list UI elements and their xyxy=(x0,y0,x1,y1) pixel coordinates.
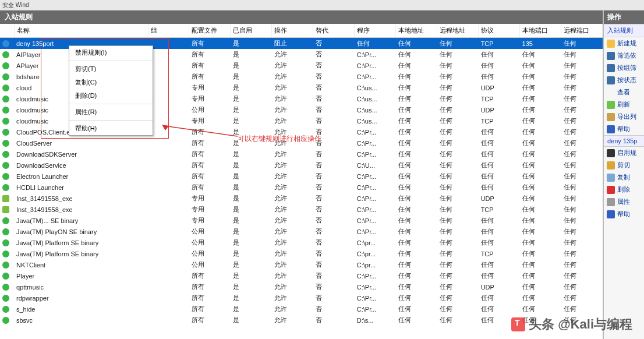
column-header[interactable]: 已启用 xyxy=(231,24,272,38)
action-item[interactable]: 按组筛 xyxy=(604,62,644,74)
column-header[interactable]: 远程地址 xyxy=(437,24,479,38)
table-row[interactable]: DownloadService所有是允许否C:\U...任何任何任何任何任何 xyxy=(0,160,603,171)
context-menu[interactable]: 禁用规则(I)剪切(T)复制(C)删除(D)属性(R)帮助(H) xyxy=(69,45,153,136)
context-menu-item[interactable]: 删除(D) xyxy=(69,89,153,103)
column-header[interactable]: 程序 xyxy=(355,24,396,38)
cell-lp: 任何 xyxy=(520,60,561,71)
table-row[interactable]: HCDLI Launcher所有是允许否C:\Pr...任何任何任何任何任何 xyxy=(0,182,603,193)
table-row[interactable]: Java(TM) Platform SE binary公用是允许否C:\pr..… xyxy=(0,248,603,259)
cell-grp xyxy=(148,104,189,115)
cell-en: 是 xyxy=(231,193,272,204)
cell-lp: 任何 xyxy=(520,281,561,292)
context-menu-item[interactable]: 禁用规则(I) xyxy=(69,46,153,59)
action-item[interactable]: 刷新 xyxy=(604,98,644,111)
column-header[interactable]: 配置文件 xyxy=(189,24,231,38)
cell-repl: 否 xyxy=(313,82,355,93)
table-row[interactable]: rdpwrapper所有是允许否C:\Pr...任何任何任何任何任何 xyxy=(0,292,603,303)
action-item[interactable]: 查看 xyxy=(604,86,644,98)
context-menu-item[interactable]: 属性(R) xyxy=(69,105,153,119)
column-header[interactable]: 操作 xyxy=(272,24,313,38)
table-row[interactable]: s_hide所有是允许否C:\Pr...任何任何任何任何任何 xyxy=(0,303,603,315)
table-row[interactable]: NKTClient公用是允许否C:\pr...任何任何任何任何任何 xyxy=(0,259,603,270)
cell-prog: C:\Pr... xyxy=(355,137,396,149)
cell-act: 允许 xyxy=(272,281,313,292)
table-row[interactable]: DownloadSDKServer所有是允许否C:\Pr...任何任何任何任何任… xyxy=(0,149,603,160)
cell-proto: 任何 xyxy=(479,259,520,270)
action-icon xyxy=(607,40,615,48)
cell-act: 允许 xyxy=(272,204,313,215)
cell-name: qpttmusic xyxy=(14,281,148,292)
action-item[interactable]: 删除 xyxy=(604,183,644,196)
cell-prog: C:\Pr... xyxy=(355,292,396,303)
column-header[interactable]: 本地地址 xyxy=(396,24,437,38)
cell-prog: C:\Pr... xyxy=(355,303,396,315)
column-header[interactable]: 协议 xyxy=(479,24,520,38)
cell-la: 任何 xyxy=(396,71,437,82)
table-row[interactable]: Player所有是允许否C:\Pr...任何任何任何任何任何 xyxy=(0,270,603,281)
cell-prog: C:\Pr... xyxy=(355,226,396,237)
cell-ra: 任何 xyxy=(437,303,479,315)
cell-ra: 任何 xyxy=(437,315,479,326)
column-header[interactable]: 远程端口 xyxy=(561,24,603,38)
cell-rp: 任何 xyxy=(561,303,603,315)
action-item[interactable]: 按状态 xyxy=(604,74,644,86)
cell-prof: 公用 xyxy=(189,104,231,115)
action-item[interactable]: 属性 xyxy=(604,196,644,208)
table-row[interactable]: Java(TM) Platform SE binary公用是允许否C:\pr..… xyxy=(0,237,603,248)
cell-repl: 否 xyxy=(313,303,355,315)
column-header[interactable]: 本地端口 xyxy=(520,24,561,38)
action-item[interactable]: 新建规 xyxy=(604,37,644,50)
action-item[interactable]: 导出列 xyxy=(604,111,644,123)
action-item[interactable]: 帮助 xyxy=(604,208,644,220)
table-row[interactable]: Java(TM)... SE binary专用是允许否C:\Pr...任何任何任… xyxy=(0,215,603,226)
column-header[interactable]: 替代 xyxy=(313,24,355,38)
cell-repl: 否 xyxy=(313,115,355,126)
cell-ra: 任何 xyxy=(437,104,479,115)
cell-prof: 专用 xyxy=(189,193,231,204)
context-menu-item[interactable]: 剪切(T) xyxy=(69,62,153,76)
cell-rp: 任何 xyxy=(561,292,603,303)
action-label: 启用规 xyxy=(617,149,636,157)
cell-prog: C:\Pr... xyxy=(355,49,396,60)
table-row[interactable]: Electron Launcher所有是允许否C:\Pr...任何任何任何任何任… xyxy=(0,171,603,182)
cell-act: 允许 xyxy=(272,303,313,315)
context-menu-item[interactable]: 帮助(H) xyxy=(69,122,153,135)
cell-prof: 所有 xyxy=(189,303,231,315)
action-label: 刷新 xyxy=(617,100,630,109)
action-item[interactable]: 复制 xyxy=(604,171,644,183)
cell-act: 允许 xyxy=(272,93,313,104)
action-item[interactable]: 筛选依 xyxy=(604,50,644,62)
cell-rp: 任何 xyxy=(561,237,603,248)
table-row[interactable]: Java(TM) PlayON SE binary公用是允许否C:\Pr...任… xyxy=(0,226,603,237)
action-label: 复制 xyxy=(617,173,630,182)
cell-grp xyxy=(148,38,189,50)
rule-status-icon xyxy=(2,107,9,114)
column-header[interactable]: 名称 xyxy=(14,24,148,38)
rule-status-icon xyxy=(2,62,9,69)
cell-prof: 所有 xyxy=(189,49,231,60)
svg-line-0 xyxy=(164,126,238,136)
action-label: 帮助 xyxy=(617,125,630,133)
table-row[interactable]: Inst_31491558_exe专用是允许否C:\Pr...任何任何UDP任何… xyxy=(0,193,603,204)
action-item[interactable]: 帮助 xyxy=(604,123,644,135)
cell-name: Electron Launcher xyxy=(14,171,148,182)
cell-proto: 任何 xyxy=(479,303,520,315)
action-item[interactable]: 剪切 xyxy=(604,159,644,171)
table-row[interactable]: qpttmusic所有是允许否C:\Pr...任何任何UDP任何任何 xyxy=(0,281,603,292)
cell-en: 是 xyxy=(231,149,272,160)
cell-name: sbsvc xyxy=(14,315,148,326)
cell-grp xyxy=(148,182,189,193)
cell-prog: C:\Pr... xyxy=(355,149,396,160)
cell-prof: 公用 xyxy=(189,226,231,237)
cell-prof: 公用 xyxy=(189,237,231,248)
cell-prog: C:\U... xyxy=(355,160,396,171)
column-header[interactable]: 组 xyxy=(148,24,189,38)
table-row[interactable]: Inst_31491558_exe专用是允许否C:\Pr...任何任何TCP任何… xyxy=(0,204,603,215)
cell-en: 是 xyxy=(231,281,272,292)
action-item[interactable]: 启用规 xyxy=(604,147,644,159)
cell-prof: 公用 xyxy=(189,259,231,270)
cell-la: 任何 xyxy=(396,237,437,248)
context-menu-item[interactable]: 复制(C) xyxy=(69,76,153,89)
cell-ra: 任何 xyxy=(437,82,479,93)
cell-grp xyxy=(148,171,189,182)
